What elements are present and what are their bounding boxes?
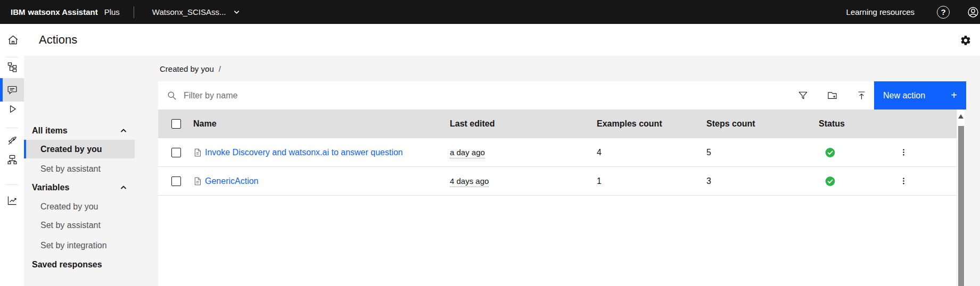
overflow-menu-icon [899, 176, 909, 186]
settings-button[interactable] [958, 32, 974, 48]
rail-item-actions[interactable] [0, 78, 24, 102]
play-icon [6, 103, 18, 115]
row-checkbox[interactable] [171, 148, 181, 157]
overflow-menu-icon [899, 147, 909, 157]
steps-count-value: 3 [706, 176, 711, 186]
scroll-up-arrow-icon[interactable] [958, 114, 963, 119]
chat-icon [6, 84, 18, 96]
new-action-button[interactable]: New action + [874, 81, 966, 110]
brand[interactable]: IBM watsonx Assistant Plus [11, 7, 120, 16]
rail-divider [6, 57, 18, 57]
rail-item-analytics[interactable] [0, 192, 24, 209]
chevron-up-icon [119, 127, 128, 135]
app-header: IBM watsonx Assistant Plus Watsonx_SCISA… [0, 0, 980, 24]
flow-icon [6, 154, 18, 165]
select-all-checkbox[interactable] [171, 119, 181, 129]
steps-count-value: 5 [706, 148, 711, 157]
page-title: Actions [39, 24, 77, 56]
last-edited-value: 4 days ago [450, 176, 489, 187]
header-actions: Learning resources ? [846, 5, 980, 19]
sidebar-section-saved-responses[interactable]: Saved responses [24, 255, 135, 274]
examples-count-value: 1 [597, 176, 602, 186]
folder-add-icon [827, 90, 838, 101]
header-divider [134, 6, 134, 18]
learning-resources-link[interactable]: Learning resources [846, 7, 915, 16]
row-checkbox[interactable] [171, 176, 181, 186]
section-label: All items [32, 126, 68, 136]
filter-funnel-button[interactable] [790, 81, 816, 110]
gear-icon [960, 35, 971, 46]
filter-input[interactable] [178, 81, 790, 110]
filter-funnel-icon [797, 90, 809, 101]
sidebar-item-label: Set by assistant [40, 221, 101, 230]
tree-view-icon [6, 61, 18, 73]
avatar[interactable] [966, 5, 980, 19]
examples-count-value: 4 [597, 148, 602, 157]
workspace-name: Watsonx_SCISAss... [152, 7, 226, 16]
column-header-last-edited[interactable]: Last edited [450, 119, 495, 129]
status-success-icon [825, 176, 835, 186]
upload-button[interactable] [849, 81, 874, 110]
column-header-name[interactable]: Name [193, 119, 217, 129]
action-name-link[interactable]: Invoke Discovery and watsonx.ai to answe… [205, 148, 403, 157]
brand-prefix: IBM [11, 7, 26, 16]
rail-item-publish[interactable] [0, 132, 24, 149]
sidebar-item-label: Created by you [40, 145, 102, 154]
document-icon [192, 176, 202, 186]
status-success-icon [825, 147, 835, 157]
sidebar-section-variables[interactable]: Variables [24, 178, 135, 197]
table-header-row: Name Last edited Examples count Steps co… [158, 110, 957, 138]
column-header-examples-count[interactable]: Examples count [597, 119, 662, 129]
rail-item-integrations[interactable] [0, 151, 24, 168]
sidebar-section-all-items[interactable]: All items [24, 121, 135, 140]
rail-divider [6, 184, 18, 185]
rocket-icon [6, 135, 18, 147]
page-header: Actions [0, 24, 980, 56]
sidebar-item-created-by-you[interactable]: Created by you [24, 140, 135, 158]
sidebar-item-label: Created by you [40, 202, 98, 212]
column-header-steps-count[interactable]: Steps count [706, 119, 755, 129]
breadcrumb-current[interactable]: Created by you [160, 64, 214, 73]
chevron-up-icon [119, 183, 128, 192]
sidebar-item-set-by-assistant[interactable]: Set by assistant [24, 159, 135, 178]
document-icon [192, 147, 202, 157]
sidebar-item-label: Set by integration [40, 241, 107, 250]
table-row: GenericAction 4 days ago 1 3 [158, 167, 957, 196]
rail-item-tree[interactable] [0, 58, 24, 75]
app: IBM watsonx Assistant Plus Watsonx_SCISA… [0, 0, 980, 286]
analytics-icon [6, 195, 18, 206]
folder-add-button[interactable] [819, 81, 845, 110]
help-icon[interactable]: ? [937, 6, 950, 19]
main-content: Created by you / [135, 56, 980, 286]
section-label: Saved responses [32, 260, 102, 270]
section-label: Variables [32, 183, 69, 192]
row-overflow-menu[interactable] [895, 144, 912, 161]
upload-icon [856, 90, 867, 101]
row-overflow-menu[interactable] [895, 173, 912, 190]
column-header-status[interactable]: Status [819, 119, 845, 129]
search-icon [166, 90, 178, 102]
rail-item-preview[interactable] [0, 100, 24, 117]
sidebar-item-set-by-integration[interactable]: Set by integration [24, 236, 135, 255]
rail-divider [6, 128, 18, 128]
table-row: Invoke Discovery and watsonx.ai to answe… [158, 138, 957, 167]
sidebar-item-variables-created-by-you[interactable]: Created by you [24, 197, 135, 216]
action-name-link[interactable]: GenericAction [205, 176, 259, 186]
workspace-switcher[interactable]: Watsonx_SCISAss... [152, 7, 241, 16]
brand-product: watsonx Assistant [28, 7, 98, 16]
actions-table: Name Last edited Examples count Steps co… [158, 110, 957, 286]
home-button[interactable] [4, 31, 21, 48]
user-icon [966, 5, 980, 19]
sidebar: All items Created by you Set by assistan… [24, 56, 135, 286]
plan-badge: Plus [104, 7, 120, 16]
breadcrumb-separator: / [219, 64, 221, 73]
scrollbar-thumb[interactable] [958, 126, 964, 286]
icon-rail [0, 56, 24, 286]
chevron-down-icon [233, 8, 241, 16]
vertical-scrollbar[interactable] [957, 110, 965, 286]
last-edited-value: a day ago [450, 148, 485, 158]
sidebar-item-variables-set-by-assistant[interactable]: Set by assistant [24, 216, 135, 234]
home-icon [7, 34, 19, 46]
new-action-label: New action [883, 91, 925, 100]
table-toolbar: New action + [158, 81, 966, 110]
